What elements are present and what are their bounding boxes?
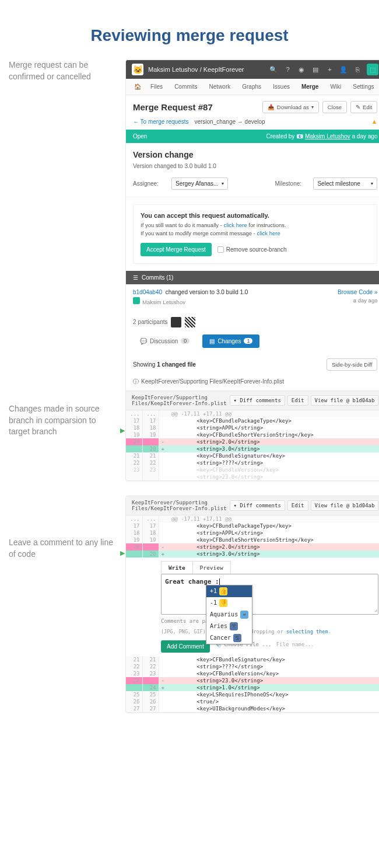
diff-table: 2121 <key>CFBundleSignature</key>2222 <s…	[126, 656, 379, 712]
annotation-comment: Leave a comment to any line of code ▶	[9, 537, 117, 560]
pointer-icon: ▲	[371, 118, 378, 125]
search-icon[interactable]: 🔍	[269, 65, 278, 74]
diff-edit-button[interactable]: Edit	[287, 500, 308, 511]
status-banner: Open Created by 📧 Maksim Letushov a day …	[126, 130, 379, 143]
diff-comments-toggle[interactable]: ▾ Diff comments	[230, 395, 285, 406]
diff-view-file-button[interactable]: View file @ b1d04ab	[311, 500, 379, 511]
diff-file-path: KeepItForever/Supporting Files/KeepItFor…	[132, 395, 230, 406]
mr-title: Merge Request #87	[133, 102, 259, 112]
diff-file-path: KeepItForever/Supporting Files/KeepItFor…	[132, 500, 230, 511]
edit-button[interactable]: ✎ Edit	[350, 101, 377, 113]
comment-screenshot: KeepItForever/Supporting Files/KeepItFor…	[125, 496, 379, 713]
commits-header[interactable]: ☰ Commits (1)	[126, 271, 379, 284]
pointer-icon: ▶	[120, 426, 125, 435]
changed-file-path: ⓘ KeepItForever/Supporting Files/KeepItF…	[126, 375, 379, 391]
browse-code-link[interactable]: Browse Code »	[338, 289, 377, 295]
milestone-label: Milestone:	[275, 180, 307, 187]
pointer-icon: ▶	[120, 549, 125, 557]
emoji-autocomplete[interactable]: +1 👍 -1 👎 Aquarius ♒ Aries ♈ Cancer ♋	[206, 585, 252, 644]
nav-network[interactable]: Network	[203, 79, 237, 95]
add-comment-button[interactable]: Add Comment	[161, 640, 210, 653]
accept-box: You can accept this request automaticall…	[133, 204, 377, 264]
page-title: Reviewing merge request	[0, 0, 379, 60]
signout-icon[interactable]: ⎘	[353, 65, 362, 74]
topbar: 🐱 Maksim Letushov / KeepItForever 🔍 ? ◉ …	[126, 60, 379, 79]
file-name-placeholder: File name...	[276, 642, 314, 647]
plus-icon[interactable]: +	[325, 65, 334, 74]
author-link[interactable]: Maksim Letushov	[305, 133, 350, 140]
participant-avatar[interactable]	[171, 317, 181, 327]
manual-instructions-link[interactable]: click here	[224, 222, 247, 228]
breadcrumb[interactable]: Maksim Letushov / KeepItForever	[148, 66, 264, 73]
commit-row: b1d04ab40 changed version to 3.0 build 1…	[126, 284, 379, 310]
write-tab[interactable]: Write	[162, 562, 193, 574]
avatar-icon[interactable]: ⬚	[367, 64, 378, 75]
participant-avatar[interactable]	[185, 317, 195, 327]
side-by-side-diff-button[interactable]: Side-by-side Diff	[327, 358, 378, 371]
assignee-label: Assignee:	[133, 180, 166, 187]
diff-edit-button[interactable]: Edit	[287, 395, 308, 406]
participants: 2 participants	[126, 310, 379, 334]
nav-commits[interactable]: Commits	[169, 79, 203, 95]
back-to-merge-requests-link[interactable]: ← To merge requests	[133, 118, 188, 125]
nav-merge[interactable]: Merge	[296, 79, 324, 95]
close-button[interactable]: Close	[322, 101, 347, 113]
app-logo[interactable]: 🐱	[132, 64, 143, 75]
status-open: Open	[133, 133, 147, 140]
inline-comment-form: Write Preview Great change : +1 👍 -1 👎 A…	[161, 561, 378, 653]
accept-heading: You can accept this request automaticall…	[141, 212, 370, 219]
remove-source-branch-checkbox[interactable]: Remove source-branch	[217, 246, 287, 253]
resize-handle[interactable]: ◢	[374, 608, 377, 613]
snippet-icon[interactable]: ▤	[311, 65, 320, 74]
diff-table: ......@@ -17,11 +17,11 @@ 1717 <key>CFBu…	[126, 410, 379, 480]
nav-settings[interactable]: Settings	[347, 79, 379, 95]
branch-info: version_change → develop	[194, 118, 265, 125]
showing-files: Showing 1 changed file	[133, 361, 196, 368]
preview-tab[interactable]: Preview	[193, 562, 230, 574]
commit-hash[interactable]: b1d04ab40	[133, 289, 162, 295]
user-icon[interactable]: 👤	[339, 65, 348, 74]
avatar-icon	[133, 297, 140, 304]
nav-wiki[interactable]: Wiki	[324, 79, 347, 95]
download-as-button[interactable]: 📥 Download as ▾	[262, 101, 319, 113]
globe-icon[interactable]: ◉	[297, 65, 306, 74]
comment-textarea[interactable]: Great change : +1 👍 -1 👎 Aquarius ♒ Arie…	[161, 574, 378, 615]
milestone-select[interactable]: Select milestone▾	[313, 177, 377, 190]
main-screenshot: ▶ 🐱 Maksim Letushov / KeepItForever 🔍 ? …	[125, 60, 379, 481]
pointer-icon: ▶	[125, 235, 379, 243]
nav-issues[interactable]: Issues	[267, 79, 296, 95]
diff-comments-toggle[interactable]: ▾ Diff comments	[230, 500, 285, 511]
nav-graphs[interactable]: Graphs	[236, 79, 267, 95]
diff-view-file-button[interactable]: View file @ b1d04ab	[311, 395, 379, 406]
help-icon[interactable]: ?	[283, 65, 292, 74]
project-nav: 🏠 Files Commits Network Graphs Issues Me…	[126, 79, 379, 95]
tab-changes[interactable]: ▤ Changes 1	[202, 334, 259, 348]
tab-discussion[interactable]: 💬 Discussion 0	[133, 334, 196, 348]
nav-files[interactable]: Files	[145, 79, 169, 95]
annotation-confirm: Merge request can be confirmed or cancel…	[9, 60, 117, 82]
annotation-changes: Changes made in source branch in compars…	[9, 403, 117, 438]
mr-description: Version changed to 3.0 build 1.0	[133, 163, 377, 169]
mr-heading: Version change	[133, 150, 377, 159]
accept-merge-button[interactable]: Accept Merge Request	[141, 243, 212, 256]
diff-table: ......@@ -17,11 +17,11 @@ 1717 <key>CFBu…	[126, 515, 379, 557]
assignee-select[interactable]: Sergey Afanas...▾	[171, 177, 228, 190]
nav-home[interactable]: 🏠	[131, 79, 145, 95]
selecting-link[interactable]: selecting them	[286, 629, 328, 635]
